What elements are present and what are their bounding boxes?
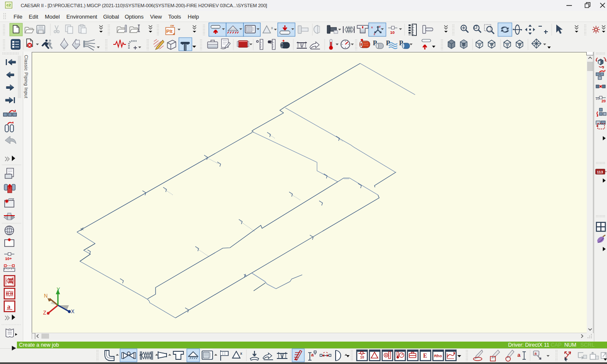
svg-text:E: E xyxy=(423,353,427,359)
svg-text:X: X xyxy=(71,309,74,315)
svg-text:20: 20 xyxy=(602,99,606,103)
svg-text:z: z xyxy=(374,32,375,36)
svg-text:N: N xyxy=(44,293,48,299)
svg-text:10: 10 xyxy=(360,355,364,359)
svg-text:10: 10 xyxy=(390,30,395,35)
svg-text:Z: Z xyxy=(43,310,46,316)
svg-text:a: a xyxy=(517,352,521,358)
svg-text:Rho: Rho xyxy=(434,353,442,358)
svg-text:a: a xyxy=(7,303,11,310)
svg-text:Plt: Plt xyxy=(167,29,173,34)
svg-text:10: 10 xyxy=(596,97,599,101)
svg-text:113: 113 xyxy=(597,170,603,174)
svg-text:Y: Y xyxy=(57,287,60,293)
svg-text:cw: cw xyxy=(170,24,175,27)
svg-text:Y: Y xyxy=(379,25,381,29)
svg-text:a: a xyxy=(311,352,314,357)
svg-text:10+: 10+ xyxy=(5,256,12,261)
svg-text:x: x xyxy=(240,351,242,356)
svg-text:x: x xyxy=(271,26,273,30)
